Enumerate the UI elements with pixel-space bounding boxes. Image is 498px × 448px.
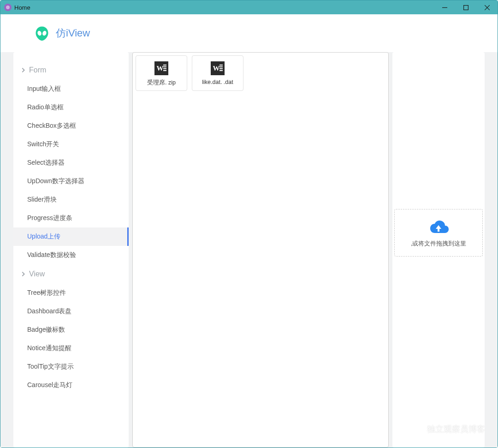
watermark-text: 独立观察员博客 [427,424,485,435]
titlebar[interactable]: Home [0,0,498,14]
sidebar-item-carousel[interactable]: Carousel走马灯 [13,376,129,394]
sidebar-item-progress[interactable]: Progress进度条 [13,209,129,227]
content-area: W 受理席. zip W like.dat. .dat [132,52,389,448]
app-header: 仿iView [0,14,498,52]
sidebar-item-radio[interactable]: Radio单选框 [13,98,129,117]
chevron-right-icon [20,271,26,277]
wechat-icon [410,423,422,435]
right-panel: ,或将文件拖拽到这里 [392,52,485,448]
minimize-button[interactable] [434,0,455,14]
section-header-form[interactable]: Form [13,60,129,80]
sidebar-item-badge[interactable]: Badge徽标数 [13,321,129,339]
dropzone-text: ,或将文件拖拽到这里 [411,240,466,248]
sidebar-item-tooltip[interactable]: ToolTip文字提示 [13,358,129,376]
file-item[interactable]: W like.dat. .dat [192,55,243,91]
sidebar-item-select[interactable]: Select选择器 [13,154,129,172]
close-button[interactable] [476,0,498,14]
sidebar-item-dashboard[interactable]: Dashboard表盘 [13,302,129,321]
document-icon: W [211,61,225,75]
sidebar-item-checkbox[interactable]: CheckBox多选框 [13,117,129,135]
watermark: 独立观察员博客 [410,423,485,435]
sidebar-item-upload[interactable]: Upload上传 [13,227,129,246]
document-icon: W [154,61,168,75]
alien-logo-icon [34,25,50,42]
sidebar-item-input[interactable]: Input输入框 [13,80,129,98]
svg-point-9 [416,428,420,431]
sidebar-item-validate[interactable]: Validate数据校验 [13,246,129,264]
chevron-right-icon [20,67,26,73]
cloud-upload-icon [427,219,450,235]
sidebar-item-notice[interactable]: Notice通知提醒 [13,339,129,358]
file-name: 受理席. zip [147,79,176,87]
sidebar-item-slider[interactable]: Slider滑块 [13,191,129,209]
file-name: like.dat. .dat [202,79,233,85]
section-title: Form [29,66,46,74]
sidebar-item-updown[interactable]: UpDown数字选择器 [13,172,129,191]
file-list: W 受理席. zip W like.dat. .dat [136,55,385,91]
section-title: View [29,270,45,278]
brand-name: 仿iView [56,26,90,40]
window-title: Home [14,4,434,11]
section-header-view[interactable]: View [13,264,129,284]
svg-point-0 [6,6,10,9]
upload-dropzone[interactable]: ,或将文件拖拽到这里 [394,209,483,257]
file-item[interactable]: W 受理席. zip [136,55,187,91]
svg-rect-2 [463,5,468,10]
sidebar-item-switch[interactable]: Switch开关 [13,135,129,154]
sidebar: Form Input输入框 Radio单选框 CheckBox多选框 Switc… [13,52,129,448]
maximize-button[interactable] [455,0,476,14]
sidebar-item-tree[interactable]: Tree树形控件 [13,284,129,302]
app-icon [4,4,12,11]
